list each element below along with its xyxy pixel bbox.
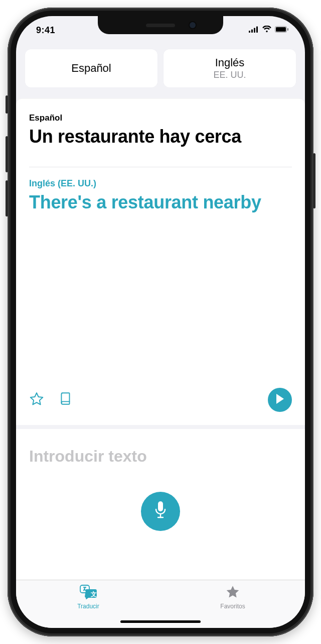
home-indicator[interactable] <box>120 620 201 623</box>
volume-down-button <box>6 180 8 217</box>
text-input[interactable]: Introducir texto <box>29 447 292 466</box>
source-language-button[interactable]: Español <box>25 49 157 87</box>
target-text: There's a restaurant nearby <box>29 192 292 212</box>
status-time: 9:41 <box>36 25 55 36</box>
action-row <box>16 388 305 425</box>
target-section: Inglés (EE. UU.) There's a restaurant ne… <box>16 167 305 212</box>
svg-rect-9 <box>158 501 163 511</box>
front-camera <box>190 22 196 28</box>
notch <box>98 16 223 34</box>
svg-text:文: 文 <box>90 591 97 598</box>
star-filled-icon <box>225 584 240 601</box>
svg-rect-3 <box>256 27 258 33</box>
target-language-sub: EE. UU. <box>213 70 246 80</box>
tab-favorites-label: Favoritos <box>220 603 245 610</box>
book-icon <box>59 391 72 408</box>
source-text[interactable]: Un restaurante hay cerca <box>29 126 292 147</box>
translate-icon: 文 <box>79 584 97 601</box>
translation-card: Español Un restaurante hay cerca Inglés … <box>16 98 305 425</box>
status-icons <box>249 26 289 35</box>
svg-marker-7 <box>31 393 43 404</box>
svg-rect-2 <box>254 28 255 33</box>
play-icon <box>275 393 285 406</box>
wifi-icon <box>262 26 272 35</box>
dictionary-button[interactable] <box>59 391 72 408</box>
source-language-name: Español <box>71 62 111 75</box>
svg-marker-8 <box>276 394 284 404</box>
target-language-name: Inglés <box>215 56 245 69</box>
volume-up-button <box>6 136 8 172</box>
battery-icon <box>275 26 289 35</box>
cellular-icon <box>249 26 259 35</box>
star-icon <box>29 391 44 408</box>
silence-switch <box>6 95 8 114</box>
microphone-icon <box>153 500 168 522</box>
power-button <box>313 153 315 208</box>
tab-translate-label: Traducir <box>77 603 99 610</box>
svg-rect-6 <box>287 28 288 31</box>
svg-rect-5 <box>276 27 286 32</box>
source-lang-label: Español <box>29 113 292 123</box>
screen: 9:41 Español Inglés EE. UU. <box>16 16 305 628</box>
svg-rect-0 <box>249 31 250 33</box>
source-section: Español Un restaurante hay cerca <box>16 99 305 156</box>
speaker-grille <box>146 24 175 27</box>
microphone-button[interactable] <box>141 492 180 531</box>
svg-marker-14 <box>227 586 239 597</box>
target-language-button[interactable]: Inglés EE. UU. <box>164 49 296 87</box>
phone-frame: 9:41 Español Inglés EE. UU. <box>8 8 313 636</box>
favorite-button[interactable] <box>29 391 44 408</box>
play-button[interactable] <box>268 388 292 412</box>
input-zone: Introducir texto <box>16 425 305 580</box>
language-selector-row: Español Inglés EE. UU. <box>16 44 305 98</box>
svg-rect-1 <box>251 30 253 33</box>
target-lang-label: Inglés (EE. UU.) <box>29 178 292 189</box>
